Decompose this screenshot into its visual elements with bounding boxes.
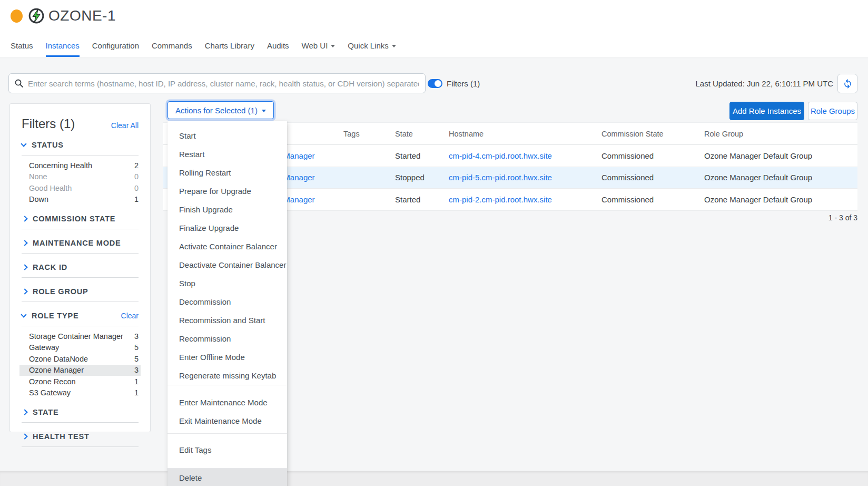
menu-item-finalize-upgrade[interactable]: Finalize Upgrade xyxy=(167,219,287,237)
filter-item-count: 0 xyxy=(134,172,139,181)
refresh-icon xyxy=(843,79,853,89)
filter-item-label: Down xyxy=(29,195,48,203)
role-group-cell: Ozone Manager Default Group xyxy=(704,145,812,167)
menu-item-recommission[interactable]: Recommission xyxy=(167,329,287,348)
tab-label: Web UI xyxy=(302,41,328,50)
filter-item[interactable]: Concerning Health2 xyxy=(19,160,141,171)
tab-configuration[interactable]: Configuration xyxy=(92,35,139,57)
filter-item[interactable]: Gateway5 xyxy=(19,342,141,354)
filter-section-header[interactable]: HEALTH TEST xyxy=(22,431,139,442)
filter-section-header[interactable]: MAINTENANCE MODE xyxy=(22,237,139,249)
tab-label: Instances xyxy=(46,41,80,50)
menu-item-start[interactable]: Start xyxy=(167,127,287,145)
menu-item-enter-maintenance-mode[interactable]: Enter Maintenance Mode xyxy=(167,393,287,412)
column-header-tags: Tags xyxy=(343,123,360,144)
filter-section-commission-state: COMMISSION STATE xyxy=(22,213,139,229)
filter-section-header[interactable]: RACK ID xyxy=(22,261,139,273)
filter-section-header[interactable]: COMMISSION STATE xyxy=(22,213,139,225)
filter-item[interactable]: Down1 xyxy=(19,194,141,206)
search-input[interactable] xyxy=(8,73,426,93)
role-groups-button[interactable]: Role Groups xyxy=(808,102,857,120)
caret-down-icon xyxy=(262,110,266,112)
filter-item-count: 5 xyxy=(134,343,139,352)
filter-item-count: 1 xyxy=(134,388,139,397)
tab-charts-library[interactable]: Charts Library xyxy=(205,35,254,57)
filters-panel: Filters (1) Clear All STATUSConcerning H… xyxy=(9,103,151,432)
chevron-right-icon xyxy=(22,288,27,294)
health-status-icon xyxy=(11,9,23,23)
menu-item-edit-tags[interactable]: Edit Tags xyxy=(167,441,287,459)
filter-section-label: ROLE GROUP xyxy=(33,287,88,296)
tab-instances[interactable]: Instances xyxy=(46,35,80,57)
menu-item-rolling-restart[interactable]: Rolling Restart xyxy=(167,163,287,182)
chevron-right-icon xyxy=(22,264,27,270)
chevron-right-icon xyxy=(22,409,27,415)
role-group-cell: Ozone Manager Default Group xyxy=(704,189,812,210)
tab-quick-links[interactable]: Quick Links xyxy=(348,35,396,57)
filter-items: Concerning Health2None0Good Health0Down1 xyxy=(22,160,139,205)
hostname-link[interactable]: cm-pid-2.cm-pid.root.hwx.site xyxy=(449,189,552,210)
filter-section-role-type: ROLE TYPEClearStorage Container Manager3… xyxy=(22,310,139,398)
commission-state-cell: Commissioned xyxy=(601,145,654,167)
filter-item[interactable]: Ozone Manager3 xyxy=(19,365,141,376)
add-role-instances-button[interactable]: Add Role Instances xyxy=(729,102,804,120)
filter-item[interactable]: None0 xyxy=(19,171,141,183)
filter-section-label: RACK ID xyxy=(33,263,67,271)
page-title: OZONE-1 xyxy=(48,7,116,24)
hostname-link[interactable]: cm-pid-5.cm-pid.root.hwx.site xyxy=(449,167,552,189)
column-header-role-group: Role Group xyxy=(704,123,743,144)
menu-item-prepare-for-upgrade[interactable]: Prepare for Upgrade xyxy=(167,182,287,200)
filter-item[interactable]: Ozone Recon1 xyxy=(19,376,141,387)
filter-items: Storage Container Manager3Gateway5Ozone … xyxy=(22,331,139,398)
actions-for-selected-button[interactable]: Actions for Selected (1) xyxy=(167,101,274,119)
filter-section-header[interactable]: STATE xyxy=(22,406,139,418)
filter-section-label: MAINTENANCE MODE xyxy=(33,239,121,247)
tab-label: Quick Links xyxy=(348,41,389,50)
menu-item-stop[interactable]: Stop xyxy=(167,274,287,293)
menu-item-restart[interactable]: Restart xyxy=(167,145,287,163)
tab-audits[interactable]: Audits xyxy=(267,35,289,57)
tab-label: Audits xyxy=(267,41,289,50)
toggle-knob xyxy=(435,80,441,87)
menu-item-activate-container-balancer[interactable]: Activate Container Balancer xyxy=(167,237,287,256)
chevron-right-icon xyxy=(22,240,27,246)
filter-item-label: Good Health xyxy=(29,184,72,192)
filter-item[interactable]: Ozone DataNode5 xyxy=(19,353,141,365)
clear-link[interactable]: Clear xyxy=(121,312,139,320)
menu-item-regenerate-missing-keytab[interactable]: Regenerate missing Keytab xyxy=(167,366,287,385)
state-cell: Started xyxy=(395,189,420,210)
tab-label: Configuration xyxy=(92,41,139,50)
filter-section-header[interactable]: STATUS xyxy=(22,139,139,151)
filter-item-label: Storage Container Manager xyxy=(29,332,123,341)
filter-item-count: 3 xyxy=(134,366,139,374)
column-header-state: State xyxy=(395,123,413,144)
refresh-button[interactable] xyxy=(837,74,857,93)
menu-item-delete[interactable]: Delete xyxy=(167,469,287,486)
hostname-link[interactable]: cm-pid-4.cm-pid.root.hwx.site xyxy=(449,145,552,167)
filter-section-role-group: ROLE GROUP xyxy=(22,286,139,302)
tab-web-ui[interactable]: Web UI xyxy=(302,35,336,57)
filter-section-header[interactable]: ROLE GROUP xyxy=(22,286,139,297)
service-header: OZONE-1 xyxy=(0,0,868,35)
menu-item-enter-offline-mode[interactable]: Enter Offline Mode xyxy=(167,348,287,366)
menu-item-recommission-and-start[interactable]: Recommission and Start xyxy=(167,311,287,329)
filters-toggle[interactable] xyxy=(428,79,442,88)
filter-item-label: S3 Gateway xyxy=(29,388,71,397)
menu-item-decommission[interactable]: Decommission xyxy=(167,293,287,311)
column-header-hostname: Hostname xyxy=(449,123,484,144)
filter-section-header[interactable]: ROLE TYPEClear xyxy=(22,310,139,322)
tab-commands[interactable]: Commands xyxy=(152,35,192,57)
menu-item-exit-maintenance-mode[interactable]: Exit Maintenance Mode xyxy=(167,412,287,430)
menu-item-finish-upgrade[interactable]: Finish Upgrade xyxy=(167,200,287,219)
filter-item[interactable]: S3 Gateway1 xyxy=(19,387,141,399)
filter-item[interactable]: Good Health0 xyxy=(19,182,141,194)
commission-state-cell: Commissioned xyxy=(601,167,654,189)
filter-item[interactable]: Storage Container Manager3 xyxy=(19,331,141,342)
chevron-right-icon xyxy=(22,433,27,439)
filter-item-count: 1 xyxy=(134,377,139,386)
filter-section-label: HEALTH TEST xyxy=(33,432,90,441)
clear-all-link[interactable]: Clear All xyxy=(111,121,139,130)
tab-status[interactable]: Status xyxy=(11,35,33,57)
menu-group: Edit Tags xyxy=(167,433,287,468)
menu-item-deactivate-container-balancer[interactable]: Deactivate Container Balancer xyxy=(167,256,287,274)
